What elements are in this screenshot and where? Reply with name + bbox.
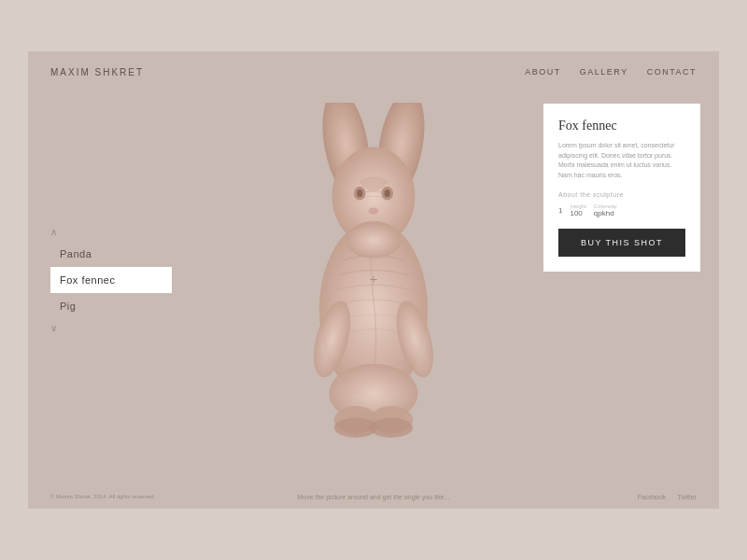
footer-social: Facebook Twitter bbox=[638, 494, 697, 500]
detail-colorway: Colorway qpkhd bbox=[594, 203, 617, 217]
footer: © Maxim Shkret, 2014. All rights reserve… bbox=[28, 484, 719, 509]
header: MAXIM SHKRET ABOUT GALLERY CONTACT bbox=[28, 51, 719, 92]
crosshair-icon: + bbox=[366, 273, 381, 287]
nav: ABOUT GALLERY CONTACT bbox=[525, 67, 697, 77]
buy-button[interactable]: BUY THIS SHOT bbox=[558, 229, 685, 257]
nav-about[interactable]: ABOUT bbox=[525, 67, 561, 77]
panel-details: 1 Height 100 Colorway qpkhd bbox=[558, 203, 685, 217]
detail-quantity: 1 bbox=[558, 206, 562, 215]
footer-facebook[interactable]: Facebook bbox=[638, 494, 667, 500]
list-item-fox-fennec[interactable]: Fox fennec bbox=[50, 267, 172, 293]
svg-point-7 bbox=[369, 207, 379, 214]
detail-quantity-value: 1 bbox=[558, 206, 562, 215]
list-item-panda[interactable]: Panda bbox=[50, 241, 172, 267]
list-next-arrow[interactable]: ∨ bbox=[50, 319, 172, 337]
svg-point-16 bbox=[345, 223, 401, 259]
page-wrapper: MAXIM SHKRET ABOUT GALLERY CONTACT bbox=[0, 0, 747, 560]
list-item-pig[interactable]: Pig bbox=[50, 293, 172, 319]
logo: MAXIM SHKRET bbox=[50, 67, 144, 77]
footer-hint: Move the picture around and get the angl… bbox=[297, 494, 449, 500]
detail-height: Height 100 bbox=[570, 203, 585, 217]
list-prev-arrow[interactable]: ∧ bbox=[50, 223, 172, 241]
panel-details-label: About the sculpture bbox=[558, 191, 685, 198]
svg-point-6 bbox=[385, 189, 390, 197]
footer-copyright: © Maxim Shkret, 2014. All rights reserve… bbox=[50, 494, 155, 499]
main-card: MAXIM SHKRET ABOUT GALLERY CONTACT bbox=[28, 51, 719, 509]
sculpture-list: ∧ Panda Fox fennec Pig ∨ bbox=[50, 223, 172, 337]
nav-contact[interactable]: CONTACT bbox=[647, 67, 697, 77]
panel-description: Lorem ipsum dolor sit amet, consectetur … bbox=[558, 141, 685, 180]
detail-height-value: 100 bbox=[570, 209, 585, 217]
svg-point-5 bbox=[357, 189, 362, 197]
footer-twitter[interactable]: Twitter bbox=[677, 494, 697, 500]
info-panel: Fox fennec Lorem ipsum dolor sit amet, c… bbox=[543, 104, 700, 272]
panel-title: Fox fennec bbox=[558, 119, 685, 133]
detail-colorway-value: qpkhd bbox=[594, 209, 617, 217]
nav-gallery[interactable]: GALLERY bbox=[580, 67, 628, 77]
svg-point-15 bbox=[370, 418, 413, 438]
